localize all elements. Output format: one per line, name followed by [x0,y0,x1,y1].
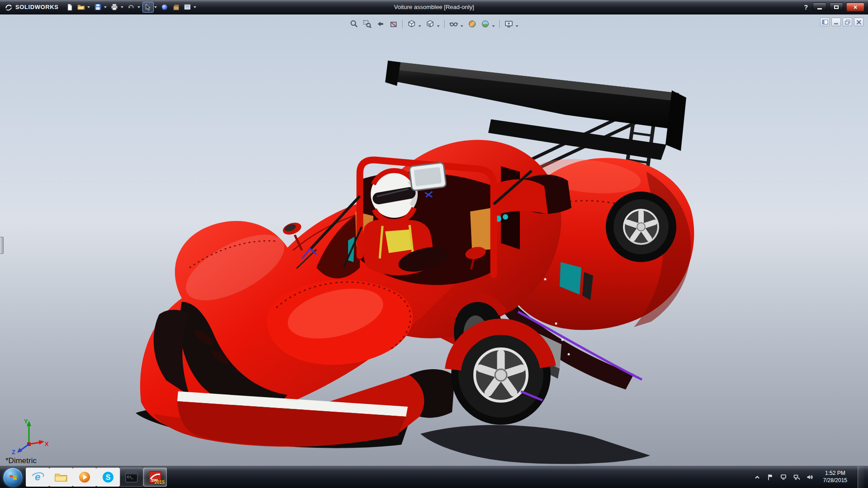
zoom-to-area-icon [363,19,372,28]
undo-dropdown-caret[interactable] [137,6,140,8]
undo-button[interactable] [126,2,137,13]
taskbar-solidworks[interactable]: SW 2015 [143,468,167,487]
open-button[interactable] [75,2,87,13]
new-document-icon [66,4,73,11]
view-orientation-caret[interactable] [419,25,421,27]
solidworks-year-badge: 2015 [155,480,165,485]
view-orientation-button[interactable] [406,18,418,29]
media-player-icon [78,471,91,483]
toolbar-separator [402,20,403,28]
close-button[interactable]: × [846,3,864,11]
toolbox-button[interactable] [170,2,182,13]
view-settings-button[interactable] [503,18,515,29]
toolbar-separator [444,20,445,28]
toolbar-separator [500,20,500,28]
network-icon [793,474,800,481]
start-button[interactable] [3,467,23,488]
brand-text: SOLIDWORKS [15,4,59,10]
taskbar-file-explorer[interactable] [49,468,73,487]
graphics-area[interactable]: Y X Z *Dimetric [0,14,868,466]
apply-scene-icon [481,19,490,28]
section-view-icon [389,19,398,28]
hide-show-caret[interactable] [461,25,463,27]
view-settings-icon [504,19,513,28]
minimize-button[interactable] [813,3,826,11]
zoom-to-fit-button[interactable] [348,18,360,29]
window-title: Voiture assomblee [Read-only] [394,4,474,10]
new-document-button[interactable] [64,2,75,13]
doc-restore-button[interactable] [843,18,852,26]
select-button[interactable] [142,2,154,13]
print-button[interactable] [109,2,120,13]
windows-flag-icon [9,473,18,482]
maximize-icon [834,5,839,9]
display-style-icon [425,19,434,28]
taskbar-internet-explorer[interactable]: e [26,468,49,487]
display-style-caret[interactable] [437,25,440,27]
hide-show-items-button[interactable] [448,18,460,29]
taskbar-skype[interactable]: S [96,468,120,487]
window-controls: ? × [802,3,864,11]
section-view-button[interactable] [387,18,400,29]
title-bar: SOLIDWORKS [0,0,868,14]
appearance-sphere-button[interactable] [159,2,170,13]
doc-minimize-button[interactable] [831,18,841,26]
view-orientation-cube-icon [407,19,416,28]
tile-window-icon [822,19,828,25]
panel-splitter-handle[interactable] [0,237,4,254]
options-dropdown-caret[interactable] [193,6,196,8]
network-button[interactable] [793,473,801,481]
action-center-button[interactable] [766,473,774,481]
open-dropdown-caret[interactable] [87,6,90,8]
svg-text:C:\_: C:\_ [127,475,133,479]
svg-text:S: S [106,474,111,481]
clock-date: 7/28/2015 [823,477,847,484]
hide-show-glasses-icon [449,19,458,28]
toolbox-icon [173,4,179,10]
doc-tile-button[interactable] [820,18,830,26]
show-desktop-button[interactable] [858,466,864,488]
options-list-icon [184,4,191,10]
view-settings-caret[interactable] [516,25,519,27]
view-orientation-label: *Dimetric [5,456,37,465]
previous-view-button[interactable] [374,18,387,29]
taskbar-clock[interactable]: 1:52 PM 7/28/2015 [819,470,852,484]
hardware-icon [780,474,787,481]
taskbar-command-prompt[interactable]: C:\_ [120,468,143,487]
apply-scene-caret[interactable] [492,25,495,27]
car-model-render[interactable] [0,14,868,466]
save-button[interactable] [92,2,104,13]
help-button[interactable]: ? [802,4,810,11]
doc-close-button[interactable] [854,18,863,26]
folder-icon [54,472,68,483]
taskbar-media-player[interactable] [73,468,96,487]
edit-appearance-button[interactable] [466,18,478,29]
speaker-icon [806,474,813,481]
maximize-button[interactable] [830,3,843,11]
flag-icon [767,474,774,481]
zoom-to-fit-icon [349,19,359,28]
dassault-systemes-logo [5,4,13,11]
select-cursor-icon [145,4,151,11]
previous-view-icon [376,19,385,28]
save-dropdown-caret[interactable] [104,6,107,8]
edit-appearance-ball-icon [467,19,476,28]
skype-icon: S [102,471,114,483]
zoom-to-area-button[interactable] [361,18,373,29]
apply-scene-button[interactable] [479,18,491,29]
print-dropdown-caret[interactable] [121,6,123,8]
triad-z-label: Z [12,449,15,455]
doc-restore-icon [844,19,851,25]
triad-x-label: X [45,441,49,447]
display-style-button[interactable] [424,18,436,29]
heads-up-view-toolbar [346,17,522,30]
volume-button[interactable] [806,473,814,481]
options-button[interactable] [182,2,193,13]
save-icon [94,4,101,10]
show-hidden-icons-button[interactable] [753,473,761,481]
hardware-button[interactable] [779,473,788,481]
select-dropdown-caret[interactable] [154,6,157,8]
minimize-icon [817,8,822,9]
undo-icon [127,4,135,10]
triad-y-label: Y [24,418,28,425]
